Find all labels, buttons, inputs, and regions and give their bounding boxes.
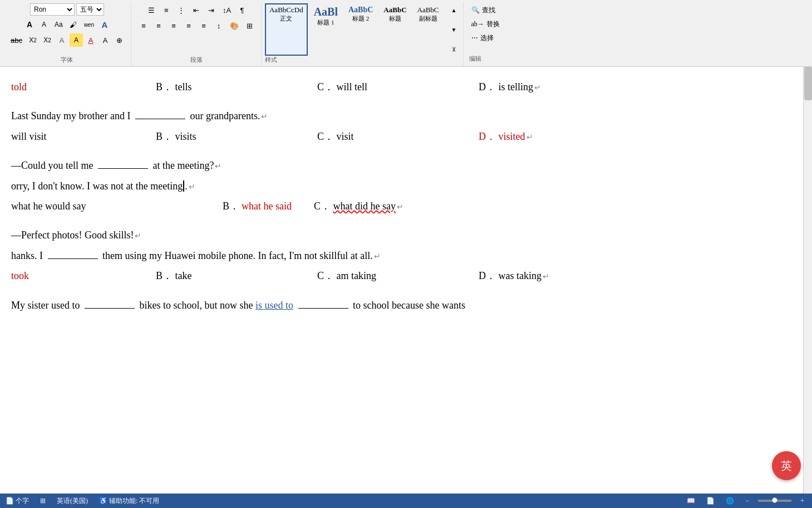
multilevel-list-btn[interactable]: ⋮ (175, 3, 188, 17)
font-name-row: Ron 五号 (30, 3, 104, 16)
justify-btn[interactable]: ≡ (182, 19, 195, 32)
document-area: told B． tells C． will tell D． is telling… (0, 67, 812, 339)
shading-btn[interactable]: 🎨 (227, 19, 242, 32)
para-mark8: ↵ (374, 252, 381, 261)
distribute-btn[interactable]: ≡ (197, 19, 210, 32)
line-took: took B． take C． am taking D． was taking↵ (11, 267, 795, 285)
align-right-btn[interactable]: ≡ (167, 19, 180, 32)
bold-btn[interactable]: A (98, 18, 111, 31)
line-spacing-btn[interactable]: ↕ (212, 19, 225, 32)
option-c-whatdid: C． what did he say↵ (314, 197, 403, 215)
style-h2-preview: AaBbC (348, 6, 373, 14)
isusedto-text: is used to (255, 300, 293, 311)
sort-btn[interactable]: ↕A (220, 3, 234, 17)
style-subtitle[interactable]: AaBbC 副标题 (413, 3, 444, 56)
ribbon-toolbar: Ron 五号 A A Aa 🖌 wen A abc X2 X2 A A A (0, 0, 812, 66)
para-mark4: ↵ (215, 162, 222, 170)
text-sorry: orry, I don't know. I was not at the mee… (11, 177, 195, 195)
gallery-more-btn[interactable]: ⊻ (447, 42, 461, 56)
line-visited: will visit B． visits C． visit D． visited… (11, 128, 795, 145)
style-h1[interactable]: AaBl 标题 1 (309, 3, 342, 56)
align-center-btn[interactable]: ≡ (152, 19, 165, 32)
option-b-take: B． take (156, 267, 317, 285)
blank-thanks (48, 258, 98, 259)
option-c-text: what did he say (333, 201, 396, 212)
line-told: told B． tells C． will tell D． is telling… (11, 78, 795, 96)
replace-icon: ab→ (471, 20, 484, 28)
style-h2[interactable]: AaBbC 标题 2 (344, 3, 377, 56)
answer-a-took: took (11, 267, 156, 285)
cursor (183, 180, 184, 192)
text-thanks: hanks. I them using my Huawei mobile pho… (11, 247, 381, 265)
line-thanks: hanks. I them using my Huawei mobile pho… (11, 247, 795, 265)
char-spacing-btn[interactable]: ⊕ (113, 33, 126, 47)
text-perfectphotos: —Perfect photos! Good skills!↵ (11, 226, 141, 244)
para-group: ☰ ≡ ⋮ ⇤ ⇥ ↕A ¶ ≡ ≡ ≡ ≡ ≡ ↕ 🎨 ⊞ 段落 (132, 2, 262, 66)
spacer3 (11, 217, 795, 226)
spacer2 (11, 148, 795, 157)
font-style-row: abc X2 X2 A A A A ⊕ (8, 33, 126, 47)
font-group-label: 字体 (61, 56, 73, 65)
search-btn[interactable]: 🔍 查找 (469, 4, 502, 16)
align-left-btn[interactable]: ≡ (137, 19, 150, 32)
option-b-visits: B． visits (156, 128, 317, 145)
option-a-willvisit: will visit (11, 128, 156, 145)
style-subtitle-preview: AaBbC (417, 6, 439, 14)
highlight-btn[interactable]: A (70, 33, 83, 47)
show-marks-btn[interactable]: ¶ (235, 3, 249, 17)
line-perfectphotos: —Perfect photos! Good skills!↵ (11, 226, 795, 244)
spacer1 (11, 98, 795, 107)
blank-mysister2 (298, 308, 348, 309)
edit-group: 🔍 查找 ab→ 替换 ⋯ 选择 编辑 (465, 2, 506, 66)
select-btn[interactable]: ⋯ 选择 (469, 32, 502, 44)
para-group-label: 段落 (190, 56, 203, 65)
gallery-scroll: ▲ ▼ ⊻ (447, 3, 461, 56)
option-a-wouldsy: what he would say (11, 197, 223, 215)
font-color-btn[interactable]: A (84, 33, 97, 47)
decrease-indent-btn[interactable]: ⇤ (190, 3, 203, 17)
style-heading[interactable]: AaBbC 标题 (379, 3, 411, 56)
gallery-down-btn[interactable]: ▼ (447, 23, 461, 36)
option-c-amtaking: C． am taking (317, 267, 479, 285)
style-gallery: AaBbCcDd 正文 AaBl 标题 1 AaBbC 标题 2 AaBbC 标… (263, 2, 464, 66)
para-mark7: ↵ (135, 232, 141, 240)
style-normal[interactable]: AaBbCcDd 正文 (265, 3, 308, 56)
superscript-btn[interactable]: X2 (41, 33, 54, 47)
option-d-wastaking: D． was taking↵ (479, 267, 549, 285)
font-size-select[interactable]: 五号 (76, 3, 104, 16)
style-group-label: 样式 (265, 56, 461, 65)
border-btn[interactable]: ⊞ (243, 19, 257, 32)
search-label: 查找 (482, 6, 495, 15)
subscript-btn[interactable]: X2 (26, 33, 40, 47)
style-normal-label: 正文 (269, 14, 303, 23)
style-subtitle-label: 副标题 (417, 14, 439, 23)
scrollbar[interactable] (803, 67, 812, 339)
option-b-label: B． (223, 197, 239, 215)
ribbon: Ron 五号 A A Aa 🖌 wen A abc X2 X2 A A A (0, 0, 812, 67)
search-icon: 🔍 (471, 6, 480, 14)
answer-d-visited: D． visited↵ (479, 128, 533, 145)
font-grow-btn[interactable]: A (23, 18, 36, 31)
font-name-select[interactable]: Ron (30, 3, 75, 16)
text-mysister: My sister used to bikes to school, but n… (11, 296, 465, 314)
font-color-a-btn[interactable]: A (55, 33, 68, 47)
style-h1-label: 标题 1 (314, 18, 338, 27)
bullet-list-btn[interactable]: ☰ (145, 3, 158, 17)
gallery-up-btn[interactable]: ▲ (447, 3, 461, 17)
text-lastsunday: Last Sunday my brother and I our grandpa… (11, 107, 268, 125)
edit-group-label: 编辑 (469, 55, 502, 64)
option-c-visit: C． visit (317, 128, 479, 145)
numbered-list-btn[interactable]: ≡ (160, 3, 173, 17)
strikethrough-btn[interactable]: abc (8, 33, 25, 47)
font-color2-btn[interactable]: A (99, 33, 112, 47)
line-mysister: My sister used to bikes to school, but n… (11, 296, 795, 314)
wen-btn[interactable]: wen (81, 18, 97, 31)
blank-lastsunday (135, 119, 185, 119)
change-case-btn[interactable]: Aa (52, 18, 66, 31)
increase-indent-btn[interactable]: ⇥ (205, 3, 218, 17)
replace-btn[interactable]: ab→ 替换 (469, 18, 502, 30)
scroll-thumb[interactable] (804, 67, 812, 100)
font-shrink-btn[interactable]: A (37, 18, 51, 31)
clear-format-btn[interactable]: 🖌 (67, 18, 80, 31)
style-heading-label: 标题 (383, 14, 406, 23)
